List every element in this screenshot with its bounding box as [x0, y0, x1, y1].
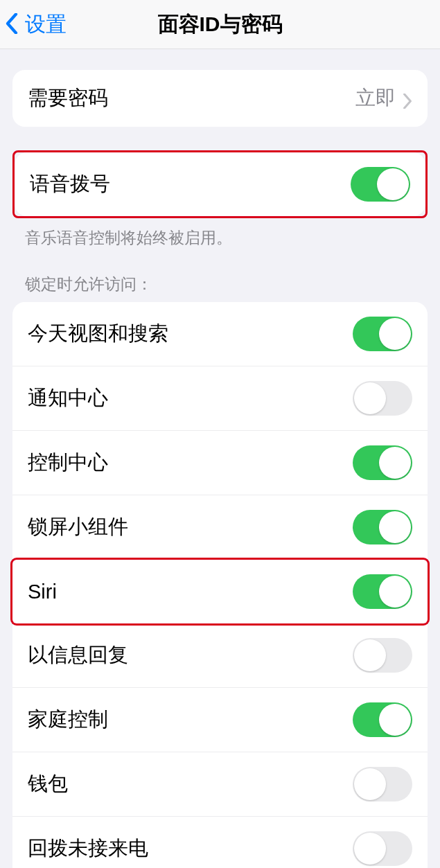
lock-access-header: 锁定时允许访问：: [0, 249, 440, 302]
lock-access-row: 以信息回复: [12, 623, 428, 688]
voice-dial-footer: 音乐语音控制将始终被启用。: [0, 218, 440, 249]
back-label: 设置: [25, 10, 67, 39]
lock-access-label: 回拨未接来电: [28, 835, 148, 862]
lock-access-toggle[interactable]: [353, 510, 412, 544]
lock-access-row: 今天视图和搜索: [12, 302, 428, 366]
navigation-bar: 设置 面容ID与密码: [0, 0, 440, 49]
lock-access-label: 今天视图和搜索: [28, 320, 168, 348]
lock-access-label: 通知中心: [28, 384, 108, 412]
lock-access-toggle[interactable]: [353, 702, 412, 737]
require-passcode-group: 需要密码 立即: [12, 70, 428, 127]
lock-access-row: 钱包: [12, 752, 428, 817]
lock-access-label: 以信息回复: [28, 641, 128, 669]
lock-access-toggle[interactable]: [353, 381, 412, 416]
lock-access-toggle[interactable]: [353, 767, 412, 801]
lock-access-label: Siri: [28, 581, 57, 603]
lock-access-label: 控制中心: [28, 449, 108, 477]
lock-access-row: 通知中心: [12, 366, 428, 431]
voice-dial-toggle[interactable]: [351, 167, 410, 202]
lock-access-toggle[interactable]: [353, 831, 412, 866]
voice-dial-row: 语音拨号: [15, 152, 425, 216]
lock-access-row: 锁屏小组件: [12, 495, 428, 560]
lock-access-toggle[interactable]: [353, 574, 412, 609]
lock-access-label: 锁屏小组件: [28, 513, 128, 541]
voice-dial-highlight: 语音拨号: [12, 150, 428, 218]
lock-access-row: Siri: [12, 560, 428, 623]
lock-access-row: 家庭控制: [12, 688, 428, 752]
lock-access-group: 今天视图和搜索通知中心控制中心锁屏小组件Siri以信息回复家庭控制钱包回拨未接来…: [12, 302, 428, 868]
voice-dial-label: 语音拨号: [30, 170, 110, 198]
back-button[interactable]: 设置: [0, 10, 67, 39]
lock-access-label: 家庭控制: [28, 706, 108, 734]
lock-access-label: 钱包: [28, 770, 68, 798]
chevron-left-icon: [6, 13, 19, 35]
lock-access-toggle[interactable]: [353, 317, 412, 351]
siri-highlight: Siri: [12, 560, 428, 623]
require-passcode-label: 需要密码: [28, 85, 108, 112]
chevron-right-icon: [403, 91, 412, 106]
lock-access-toggle[interactable]: [353, 638, 412, 673]
require-passcode-row[interactable]: 需要密码 立即: [12, 70, 428, 127]
lock-access-row: 回拨未接来电: [12, 817, 428, 868]
lock-access-toggle[interactable]: [353, 445, 412, 480]
require-passcode-value: 立即: [355, 85, 412, 112]
lock-access-row: 控制中心: [12, 431, 428, 495]
